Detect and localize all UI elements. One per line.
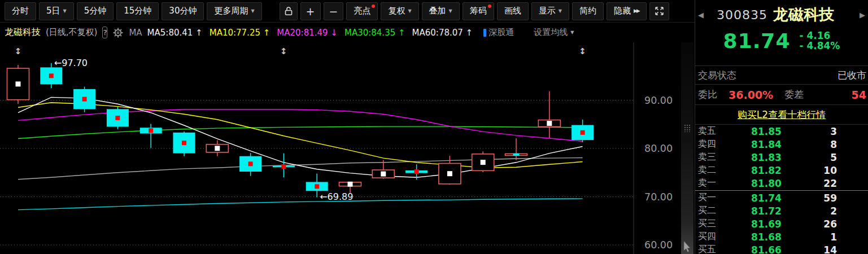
order-price: 81.84	[724, 139, 809, 150]
order-volume: 26	[809, 218, 868, 230]
overlay-button[interactable]: 叠加▼	[422, 2, 460, 20]
ma-legend-item-0: MA5:80.41 ↑	[147, 28, 203, 38]
weibi-row: 委比 36.00% 委差 54	[695, 84, 868, 104]
tab-realtime-label: 分时	[12, 6, 29, 16]
ma-line-MA10	[18, 103, 583, 168]
chips-button[interactable]: 筹码	[463, 2, 494, 20]
candlestick-chart[interactable]: 90.0080.0070.0060.00←97.70←69.89↕↕↕	[0, 42, 695, 254]
candle-dot	[281, 164, 286, 169]
candle-dot	[16, 81, 21, 86]
chart-legend: 龙磁科技 (日线,不复权) ? MA MA5:80.41 ↑MA10:77.25…	[0, 23, 570, 42]
candle-dot	[415, 169, 419, 174]
ask-row[interactable]: 卖二81.8210	[695, 164, 868, 177]
order-volume: 8	[809, 139, 868, 150]
weibi-value: 36.00%	[729, 89, 773, 101]
weibi-label: 委比	[698, 88, 717, 101]
stock-terminal: 分时5日▼5分钟15分钟30分钟更多周期▼+−亮点复权▼叠加▼筹码画线显示▼简约…	[0, 0, 868, 254]
hide-button[interactable]: 隐藏▶▶	[607, 2, 647, 20]
order-price: 81.66	[724, 244, 809, 254]
order-volume: 14	[809, 244, 868, 254]
order-level-label: 卖五	[698, 125, 724, 137]
draw-line-button[interactable]: 画线	[497, 2, 529, 20]
hk-connect-tag: 深股通	[483, 27, 514, 38]
order-volume: 2	[809, 205, 868, 217]
tab-5day-label: 5日	[46, 6, 60, 16]
ma-legend-item-4: MA60:78.07 ↑	[412, 28, 473, 38]
axis-label: 60.00	[644, 239, 673, 251]
chevron-down-icon: ▼	[408, 9, 411, 14]
order-level-label: 买二	[698, 205, 724, 217]
order-level-label: 买一	[698, 192, 724, 204]
bid-row[interactable]: 买二81.722	[695, 204, 868, 217]
order-price: 81.74	[724, 192, 809, 204]
price-block: 81.74 - 4.16 - 4.84%	[695, 25, 868, 56]
candle-dot	[115, 116, 120, 120]
quote-panel: ◀ 300835 龙磁科技 ▶ 81.74 - 4.16 - 4.84% 交易状…	[695, 0, 868, 254]
order-volume: 59	[809, 192, 868, 204]
price-change: - 4.16	[799, 30, 840, 41]
draw-line-button-label: 画线	[504, 6, 521, 16]
tab-15min[interactable]: 15分钟	[116, 2, 159, 20]
ma-settings-button[interactable]: 设置均线 ▼	[534, 27, 574, 38]
ma-line-MA20	[18, 110, 583, 142]
zoom-in-button[interactable]: +	[300, 2, 321, 20]
trading-status-value: 已收市	[838, 69, 866, 82]
hk-connect-label: 深股通	[488, 27, 514, 38]
stock-code: 300835	[717, 8, 767, 22]
tab-30min-label: 30分钟	[169, 6, 197, 16]
adjust-price-button[interactable]: 复权▼	[381, 2, 418, 20]
more-periods-button[interactable]: 更多周期▼	[207, 2, 261, 20]
tab-5min[interactable]: 5分钟	[77, 2, 114, 20]
chevron-down-icon: ▼	[251, 9, 254, 14]
order-price: 81.85	[724, 126, 809, 137]
gear-icon[interactable]	[112, 27, 124, 38]
order-volume: 1	[809, 231, 868, 243]
ask-row[interactable]: 卖三81.835	[695, 151, 868, 164]
help-icon[interactable]: ?	[102, 27, 107, 38]
order-price: 81.82	[724, 165, 809, 176]
candle-dot	[381, 172, 386, 177]
bid-row[interactable]: 买一81.7459	[695, 191, 868, 204]
display-button[interactable]: 显示▼	[531, 2, 569, 20]
next-stock-button[interactable]: ▶	[857, 11, 868, 19]
simple-mode-button-label: 简约	[579, 6, 596, 16]
event-marker-icon: ↕	[15, 46, 22, 56]
splitter-grip[interactable]	[684, 124, 691, 132]
bid-row[interactable]: 买三81.6926	[695, 217, 868, 230]
order-price: 81.83	[724, 152, 809, 163]
weicha-value: 54	[852, 89, 866, 101]
lock-button[interactable]	[280, 2, 298, 20]
order-volume: 5	[809, 152, 868, 163]
zoom-out-button[interactable]: −	[324, 2, 344, 20]
price-change-pct: - 4.84%	[799, 41, 840, 51]
ma-line-MA30	[18, 126, 583, 138]
bid-row[interactable]: 买五81.6614	[695, 243, 868, 254]
l2-upgrade-link[interactable]: 购买L2查看十档行情	[738, 108, 826, 121]
candle-dot	[182, 141, 186, 145]
chart-toolbar: 分时5日▼5分钟15分钟30分钟更多周期▼+−亮点复权▼叠加▼筹码画线显示▼简约…	[0, 0, 695, 23]
tab-30min[interactable]: 30分钟	[162, 2, 204, 20]
candle-dot	[215, 146, 220, 151]
zoom-out-button-label: −	[329, 5, 338, 17]
candle-dot	[348, 182, 353, 187]
candle-dot	[248, 161, 253, 166]
order-volume: 10	[809, 165, 868, 176]
tab-realtime[interactable]: 分时	[5, 2, 36, 20]
ask-row[interactable]: 卖五81.853	[695, 125, 868, 138]
tab-5day[interactable]: 5日▼	[39, 2, 74, 20]
weicha-label: 委差	[784, 88, 804, 101]
simple-mode-button[interactable]: 简约	[572, 2, 604, 20]
quote-header: ◀ 300835 龙磁科技 ▶	[695, 4, 868, 25]
tab-5min-label: 5分钟	[84, 6, 107, 16]
chevron-down-icon: ▼	[559, 9, 562, 14]
chevron-down-icon: ▼	[570, 30, 574, 35]
prev-stock-button[interactable]: ◀	[695, 11, 706, 19]
ask-row[interactable]: 卖四81.848	[695, 138, 868, 151]
order-level-label: 买三	[698, 218, 724, 230]
highlights-button[interactable]: 亮点	[346, 2, 378, 20]
bid-row[interactable]: 买四81.681	[695, 230, 868, 243]
candle-dot	[315, 184, 319, 189]
fullscreen-button[interactable]	[649, 2, 669, 20]
ask-row[interactable]: 卖一81.8022	[695, 177, 868, 190]
candle-dot	[49, 73, 54, 78]
